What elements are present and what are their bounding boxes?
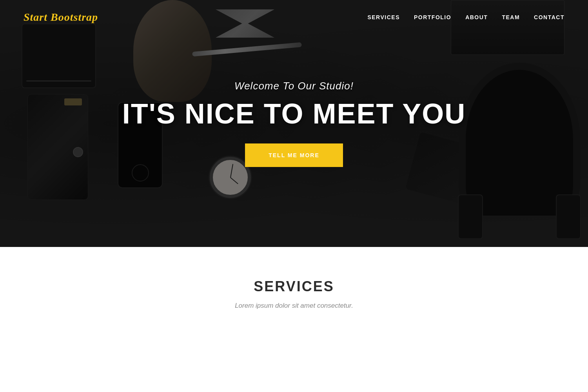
nav-link-contact[interactable]: CONTACT: [534, 14, 564, 20]
services-heading: SERVICES: [24, 278, 564, 295]
brand-logo[interactable]: Start Bootstrap: [24, 11, 98, 24]
hero-section: Welcome To Our Studio! IT'S NICE TO MEET…: [0, 0, 588, 247]
hero-content: Welcome To Our Studio! IT'S NICE TO MEET…: [122, 80, 466, 167]
services-subtitle: Lorem ipsum dolor sit amet consectetur.: [24, 302, 564, 310]
nav-link-team[interactable]: TEAM: [502, 14, 520, 20]
services-section: SERVICES Lorem ipsum dolor sit amet cons…: [0, 247, 588, 333]
nav-links: SERVICES PORTFOLIO ABOUT TEAM CONTACT: [367, 14, 564, 21]
nav-link-portfolio[interactable]: PORTFOLIO: [414, 14, 451, 20]
hero-subtitle: Welcome To Our Studio!: [122, 80, 466, 92]
hero-title: IT'S NICE TO MEET YOU: [122, 98, 466, 129]
nav-link-about[interactable]: ABOUT: [465, 14, 488, 20]
hero-cta-button[interactable]: TELL ME MORE: [245, 143, 343, 167]
nav-link-services[interactable]: SERVICES: [367, 14, 400, 20]
navbar: Start Bootstrap SERVICES PORTFOLIO ABOUT…: [0, 0, 588, 34]
